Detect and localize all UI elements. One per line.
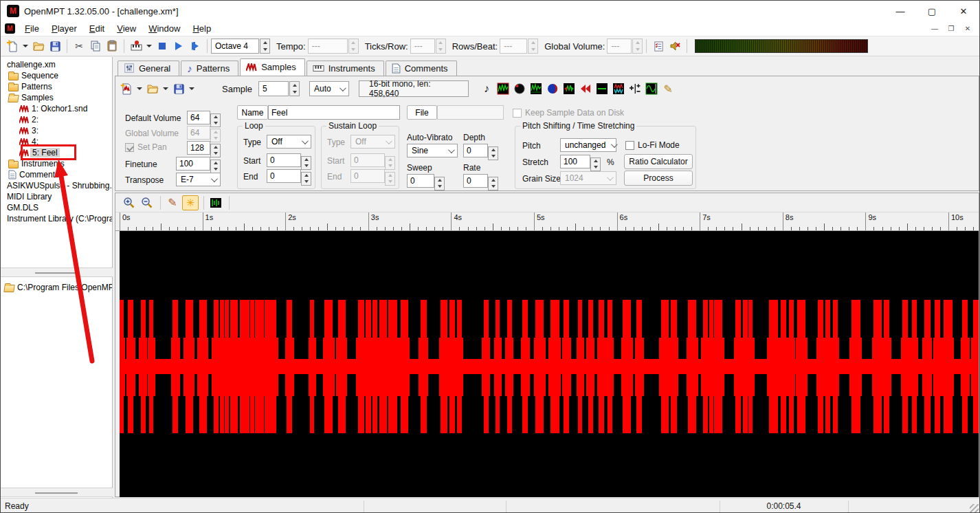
stretch-input[interactable]: 100 (560, 155, 590, 168)
open-sample-button[interactable] (144, 80, 161, 97)
resize-grip[interactable] (970, 504, 979, 513)
global-volume-input[interactable]: --- (607, 39, 632, 54)
cut-button[interactable]: ✂ (71, 38, 87, 54)
zoom-out-button[interactable] (139, 195, 155, 210)
set-pan-checkbox[interactable]: Set Pan (125, 142, 167, 152)
mdi-restore-button[interactable]: ❐ (946, 25, 956, 32)
pitch-select[interactable]: unchanged (560, 138, 616, 152)
sample-number-spinner[interactable] (289, 81, 300, 96)
stereo-separation-button[interactable] (544, 80, 561, 97)
save-button[interactable] (47, 38, 63, 54)
tab-general[interactable]: General (118, 61, 179, 76)
tree-item-sample-5-feel[interactable]: 5: Feel (1, 147, 112, 158)
vibrato-type-select[interactable]: Sine (407, 144, 458, 157)
tab-samples[interactable]: Samples (240, 58, 305, 76)
finetune-spinner[interactable] (210, 160, 221, 173)
zoom-in-button[interactable] (121, 195, 137, 210)
tree-item-gm-dls[interactable]: GM.DLS (1, 202, 112, 213)
play-note-button[interactable]: ♪ (478, 80, 495, 97)
finetune-input[interactable]: 100 (176, 157, 210, 171)
silence-button[interactable] (594, 80, 610, 97)
copy-button[interactable] (87, 38, 104, 54)
save-sample-button[interactable] (170, 80, 187, 97)
sample-name-input[interactable]: Feel (268, 105, 400, 120)
vibrato-depth-spinner[interactable] (488, 146, 498, 160)
tree-item-sample-1[interactable]: 1: Okchor1.snd (1, 103, 112, 114)
midi-record-button[interactable] (128, 38, 144, 54)
tempo-input[interactable]: --- (308, 39, 348, 54)
vibrato-rate-spinner[interactable] (488, 177, 498, 190)
draw-sample-button[interactable]: ✎ (660, 80, 676, 97)
paste-button[interactable] (104, 38, 120, 54)
generate-tool-button[interactable]: ✳ (182, 195, 199, 210)
menu-window[interactable]: Window (142, 22, 186, 35)
tree-item-instrument-library[interactable]: Instrument Library (C:\Program Fi (1, 213, 112, 224)
tree-splitter[interactable] (1, 268, 113, 277)
sign-convert-button[interactable] (627, 80, 643, 97)
tab-instruments[interactable]: Instruments (307, 61, 384, 76)
amplify-button[interactable] (511, 80, 528, 97)
mdi-minimize-button[interactable]: — (930, 25, 939, 32)
dc-offset-button[interactable] (528, 80, 544, 97)
new-file-button[interactable] (4, 38, 21, 54)
tree-item-module[interactable]: challenge.xm (1, 59, 112, 70)
stretch-spinner[interactable] (590, 157, 601, 171)
resample-button[interactable] (561, 80, 577, 97)
mute-button[interactable] (667, 38, 683, 54)
new-file-dropdown[interactable] (23, 45, 28, 47)
tree-item-sample-4[interactable]: 4: (1, 136, 112, 147)
transpose-select[interactable]: E-7 (176, 173, 221, 186)
loop-end-input[interactable]: 0 (267, 169, 301, 183)
loop-type-select[interactable]: Off (267, 135, 311, 149)
midi-record-dropdown[interactable] (146, 45, 152, 47)
pan-input[interactable]: 128 (187, 141, 210, 155)
normalize-button[interactable] (495, 80, 511, 97)
tree-item-instruments[interactable]: Instruments (1, 158, 112, 169)
loop-start-spinner[interactable] (301, 156, 311, 170)
menu-help[interactable]: Help (186, 22, 217, 35)
view-sample-button[interactable] (208, 195, 224, 210)
stop-button[interactable] (154, 38, 170, 54)
autotune-button[interactable] (643, 80, 660, 97)
tree-item-comments[interactable]: Comments (1, 169, 112, 180)
timeline-ruler-strip[interactable]: 0s1s2s3s4s5s6s7s8s9s10s (115, 212, 979, 231)
loop-start-input[interactable]: 0 (267, 153, 301, 167)
octave-select[interactable]: Octave 4 (211, 39, 259, 54)
library-path-item[interactable]: C:\Program Files\OpenMPT (1, 282, 112, 293)
name-button[interactable]: Name (237, 105, 268, 120)
invert-button[interactable] (610, 80, 627, 97)
open-file-button[interactable] (30, 38, 47, 54)
play-button[interactable] (170, 38, 187, 54)
mdi-close-button[interactable]: ✕ (963, 25, 972, 32)
process-button[interactable]: Process (624, 171, 693, 186)
tab-patterns[interactable]: ♪ Patterns (181, 61, 238, 76)
menu-file[interactable]: File (19, 22, 45, 35)
file-button[interactable]: File (407, 105, 437, 120)
waveform-canvas[interactable] (120, 231, 979, 497)
sample-mode-select[interactable]: Auto (309, 81, 349, 96)
draw-tool-button[interactable]: ✎ (164, 195, 181, 210)
vibrato-sweep-spinner[interactable] (434, 177, 445, 190)
tree-item-patterns[interactable]: Patterns (1, 81, 112, 92)
tree-item-midi-library[interactable]: MIDI Library (1, 191, 112, 202)
menu-view[interactable]: View (111, 22, 142, 35)
vibrato-depth-input[interactable]: 0 (463, 144, 488, 157)
ratio-calculator-button[interactable]: Ratio Calculator (624, 154, 693, 169)
sample-number-input[interactable]: 5 (258, 81, 289, 96)
menu-player[interactable]: Player (45, 22, 83, 35)
default-volume-input[interactable]: 64 (187, 111, 210, 124)
rows-beat-input[interactable]: --- (500, 39, 527, 54)
ticks-row-input[interactable]: --- (410, 39, 435, 54)
loop-end-spinner[interactable] (301, 172, 311, 186)
tree-item-sample-2[interactable]: 2: (1, 114, 112, 125)
mdi-document-icon[interactable]: M (5, 23, 15, 34)
tree-item-sample-3[interactable]: 3: (1, 125, 112, 136)
lofi-mode-checkbox[interactable]: Lo-Fi Mode (625, 140, 680, 150)
tab-comments[interactable]: Comments (386, 61, 457, 76)
menu-edit[interactable]: Edit (83, 22, 111, 35)
new-sample-dropdown[interactable] (137, 87, 142, 90)
pan-spinner[interactable] (210, 144, 221, 157)
close-button[interactable]: ✕ (948, 1, 979, 21)
new-sample-button[interactable] (118, 80, 135, 97)
maximize-button[interactable]: ▢ (916, 1, 948, 21)
